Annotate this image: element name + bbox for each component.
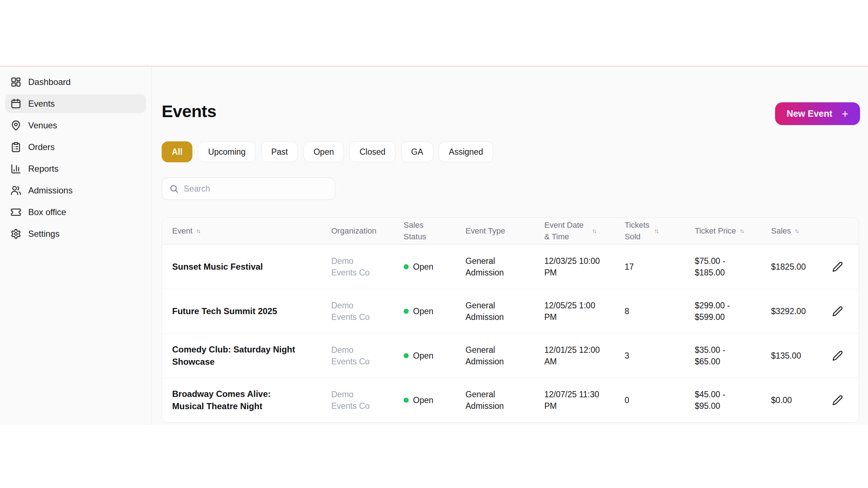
- search-input[interactable]: [184, 184, 328, 194]
- gear-icon: [10, 228, 21, 239]
- sidebar-item-settings[interactable]: Settings: [5, 224, 146, 243]
- sort-icon: ↑↓: [740, 228, 743, 234]
- ticket-price: $75.00 - $185.00: [695, 255, 737, 278]
- organization: Demo Events Co: [331, 300, 380, 323]
- filter-past[interactable]: Past: [261, 141, 298, 162]
- status-badge: Open: [413, 261, 433, 273]
- event-name: Sunset Music Festival: [172, 261, 263, 273]
- sidebar-item-label: Events: [28, 99, 55, 109]
- search-box: [162, 177, 335, 200]
- column-header-actions: [817, 218, 859, 244]
- sidebar-item-label: Settings: [28, 229, 60, 239]
- map-pin-icon: [10, 120, 21, 131]
- sidebar-item-box-office[interactable]: Box office: [5, 203, 146, 222]
- bar-chart-icon: [10, 163, 21, 174]
- column-header-sales-status: Sales Status: [395, 218, 457, 244]
- event-name: Comedy Club: Saturday Night Showcase: [172, 343, 299, 368]
- app-shell: Dashboard Events Venues Orders Reports A…: [0, 67, 868, 425]
- pencil-icon: [832, 306, 843, 317]
- pencil-icon: [832, 395, 843, 406]
- column-header-event-type: Event Type: [457, 218, 536, 244]
- filter-assigned[interactable]: Assigned: [439, 141, 493, 162]
- column-header-event[interactable]: Event ↑↓: [162, 218, 323, 244]
- sort-icon: ↑↓: [795, 228, 798, 234]
- sales-total: $0.00: [771, 394, 792, 406]
- filter-closed[interactable]: Closed: [349, 141, 396, 162]
- page-title: Events: [162, 101, 216, 121]
- table-row[interactable]: Sunset Music Festival Demo Events Co Ope…: [162, 244, 859, 289]
- column-header-event-date[interactable]: Event Date & Time ↑↓: [536, 218, 616, 244]
- events-table: Event ↑↓ Organization Sales Status Event…: [162, 217, 859, 423]
- ticket-icon: [10, 207, 21, 218]
- users-icon: [10, 185, 21, 196]
- event-datetime: 12/07/25 11:30 PM: [544, 389, 601, 412]
- new-event-button[interactable]: New Event +: [775, 102, 860, 125]
- table-row[interactable]: Future Tech Summit 2025 Demo Events Co O…: [162, 289, 859, 333]
- status-open-dot: [404, 353, 409, 358]
- pencil-icon: [832, 261, 843, 272]
- event-datetime: 12/05/25 1:00 PM: [544, 300, 601, 323]
- table-row[interactable]: Comedy Club: Saturday Night Showcase Dem…: [162, 333, 859, 378]
- event-datetime: 12/01/25 12:00 AM: [544, 344, 601, 367]
- sales-total: $1825.00: [771, 261, 806, 273]
- event-datetime: 12/03/25 10:00 PM: [544, 255, 601, 278]
- sort-icon: ↑↓: [654, 228, 658, 234]
- event-type: General Admission: [465, 389, 508, 412]
- sidebar: Dashboard Events Venues Orders Reports A…: [0, 67, 152, 425]
- pencil-icon: [832, 350, 843, 361]
- status-open-dot: [404, 264, 409, 269]
- tickets-sold: 3: [625, 350, 629, 361]
- main-content: Events New Event + All Upcoming Past Ope…: [152, 67, 868, 425]
- sidebar-item-label: Box office: [28, 207, 66, 217]
- search-icon: [169, 184, 179, 193]
- filter-all[interactable]: All: [162, 141, 192, 162]
- event-name: Future Tech Summit 2025: [172, 305, 277, 317]
- event-type: General Admission: [465, 255, 508, 278]
- filter-ga[interactable]: GA: [401, 141, 433, 162]
- sidebar-item-reports[interactable]: Reports: [5, 159, 146, 178]
- status-open-dot: [404, 309, 409, 314]
- sidebar-item-dashboard[interactable]: Dashboard: [5, 73, 146, 91]
- event-name: Broadway Comes Alive: Musical Theatre Ni…: [172, 388, 299, 412]
- tickets-sold: 0: [625, 394, 629, 406]
- sidebar-item-label: Reports: [28, 164, 59, 174]
- sales-total: $135.00: [771, 350, 801, 361]
- clipboard-icon: [10, 142, 21, 153]
- sort-icon: ↑↓: [196, 228, 200, 234]
- sidebar-item-orders[interactable]: Orders: [5, 138, 146, 157]
- edit-event-button[interactable]: [830, 348, 845, 363]
- new-event-label: New Event: [787, 108, 832, 119]
- column-header-tickets-sold[interactable]: Tickets Sold ↑↓: [616, 218, 686, 244]
- sales-total: $3292.00: [771, 305, 806, 317]
- filter-pills: All Upcoming Past Open Closed GA Assigne…: [162, 141, 493, 162]
- organization: Demo Events Co: [331, 389, 380, 412]
- filter-upcoming[interactable]: Upcoming: [198, 141, 256, 162]
- status-open-dot: [404, 398, 409, 403]
- sidebar-item-events[interactable]: Events: [5, 94, 146, 113]
- sidebar-item-label: Orders: [28, 142, 55, 152]
- column-header-organization: Organization: [323, 218, 395, 244]
- table-row[interactable]: Broadway Comes Alive: Musical Theatre Ni…: [162, 378, 859, 422]
- event-type: General Admission: [465, 300, 508, 323]
- column-header-sales[interactable]: Sales ↑↓: [762, 218, 817, 244]
- tickets-sold: 8: [625, 305, 629, 317]
- ticket-price: $35.00 - $65.00: [695, 344, 737, 367]
- organization: Demo Events Co: [331, 344, 380, 367]
- event-type: General Admission: [465, 344, 508, 367]
- sidebar-item-venues[interactable]: Venues: [5, 116, 146, 135]
- sort-icon: ↑↓: [592, 228, 596, 234]
- filter-open[interactable]: Open: [303, 141, 344, 162]
- ticket-price: $45.00 - $95.00: [695, 389, 737, 412]
- status-badge: Open: [413, 350, 433, 361]
- status-badge: Open: [413, 305, 433, 317]
- edit-event-button[interactable]: [830, 393, 845, 408]
- status-badge: Open: [413, 394, 433, 406]
- ticket-price: $299.00 - $599.00: [695, 300, 737, 323]
- edit-event-button[interactable]: [830, 259, 845, 274]
- sidebar-item-label: Venues: [28, 120, 57, 130]
- column-header-ticket-price[interactable]: Ticket Price ↑↓: [686, 218, 762, 244]
- calendar-icon: [10, 98, 21, 109]
- sidebar-item-admissions[interactable]: Admissions: [5, 181, 146, 200]
- edit-event-button[interactable]: [830, 304, 845, 319]
- organization: Demo Events Co: [331, 255, 380, 278]
